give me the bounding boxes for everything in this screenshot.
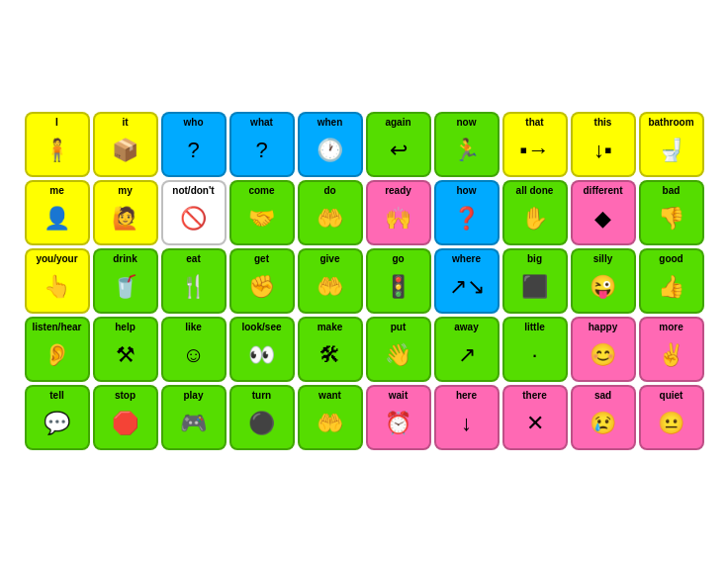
cell-label: there	[506, 390, 564, 401]
cell-sad[interactable]: sad😢	[571, 385, 636, 450]
cell-more[interactable]: more✌	[639, 317, 704, 382]
cell-icon: 🛠	[302, 332, 359, 378]
cell-bad[interactable]: bad👎	[639, 180, 704, 245]
cell-who[interactable]: who?	[161, 112, 227, 177]
cell-big[interactable]: big⬛	[502, 248, 568, 314]
cell-good[interactable]: good👍	[639, 248, 704, 314]
cell-icon: 🤲	[302, 264, 359, 310]
cell-icon: 🛑	[97, 401, 154, 446]
cell-play[interactable]: play🎮	[161, 385, 227, 450]
cell-when[interactable]: when🕐	[298, 112, 363, 177]
cell-icon: ⚒	[97, 332, 154, 378]
cell-icon: 🎮	[165, 401, 223, 446]
cell-again[interactable]: again↩	[366, 112, 431, 177]
cell-want[interactable]: want🤲	[298, 385, 363, 450]
cell-icon: ?	[233, 128, 291, 173]
cell-like[interactable]: like☺	[161, 317, 227, 382]
cell-eat[interactable]: eat🍴	[161, 248, 227, 314]
cell-label: all done	[506, 185, 564, 196]
cell-label: give	[302, 253, 359, 264]
cell-get[interactable]: get✊	[229, 248, 295, 314]
cell-help[interactable]: help⚒	[93, 317, 158, 382]
cell-look-see[interactable]: look/see👀	[229, 317, 295, 382]
cell-you-your[interactable]: you/your👆	[25, 248, 90, 314]
cell-me[interactable]: me👤	[25, 180, 90, 245]
cell-ready[interactable]: ready🙌	[366, 180, 431, 245]
cell-listen-hear[interactable]: listen/hear👂	[25, 317, 90, 382]
cell-icon: 👆	[29, 264, 86, 310]
cell-icon: 🥤	[97, 264, 154, 310]
cell-label: do	[302, 185, 359, 196]
cell-label: turn	[233, 390, 291, 401]
cell-drink[interactable]: drink🥤	[93, 248, 158, 314]
cell-icon: ✌	[643, 332, 700, 378]
cell-icon: 👤	[29, 196, 86, 241]
cell-icon: ❓	[438, 196, 496, 241]
cell-label: you/your	[29, 253, 86, 264]
cell-label: not/don't	[165, 185, 223, 196]
cell-i[interactable]: I🧍	[25, 112, 90, 177]
cell-icon: 😜	[575, 264, 632, 310]
cell-label: quiet	[643, 390, 700, 401]
cell-icon: 🕐	[302, 128, 359, 173]
cell-icon: ↗	[438, 332, 496, 378]
cell-icon: ↓▪	[575, 128, 632, 173]
cell-do[interactable]: do🤲	[298, 180, 363, 245]
cell-it[interactable]: it📦	[93, 112, 158, 177]
cell-label: I	[29, 117, 86, 128]
cell-icon: ✊	[233, 264, 291, 310]
cell-label: like	[165, 322, 223, 332]
cell-bathroom[interactable]: bathroom🚽	[639, 112, 704, 177]
cell-that[interactable]: that▪→	[502, 112, 568, 177]
cell-come[interactable]: come🤝	[229, 180, 295, 245]
cell-icon: 🙌	[370, 196, 427, 241]
cell-how[interactable]: how❓	[434, 180, 500, 245]
cell-turn[interactable]: turn⚫	[229, 385, 295, 450]
cell-icon: ↗↘	[438, 264, 496, 310]
cell-label: eat	[165, 253, 223, 264]
cell-happy[interactable]: happy😊	[571, 317, 636, 382]
cell-stop[interactable]: stop🛑	[93, 385, 158, 450]
cell-away[interactable]: away↗	[434, 317, 500, 382]
cell-icon: 🏃	[438, 128, 496, 173]
cell-silly[interactable]: silly😜	[571, 248, 636, 314]
cell-label: put	[370, 322, 427, 332]
cell-put[interactable]: put👋	[366, 317, 431, 382]
cell-go[interactable]: go🚦	[366, 248, 431, 314]
cell-label: help	[97, 322, 154, 332]
cell-all-done[interactable]: all done✋	[502, 180, 568, 245]
cell-there[interactable]: there✕	[502, 385, 568, 450]
cell-wait[interactable]: wait⏰	[366, 385, 431, 450]
cell-icon: 🍴	[165, 264, 223, 310]
cell-icon: ▪→	[506, 128, 564, 173]
cell-icon: 🤲	[302, 401, 359, 446]
cell-icon: 😊	[575, 332, 632, 378]
cell-label: little	[506, 322, 564, 332]
cell-different[interactable]: different◆	[571, 180, 636, 245]
cell-icon: ?	[165, 128, 223, 173]
cell-icon: 😐	[643, 401, 700, 446]
cell-label: look/see	[233, 322, 291, 332]
cell-label: it	[97, 117, 154, 128]
cell-give[interactable]: give🤲	[298, 248, 363, 314]
cell-label: my	[97, 185, 154, 196]
cell-icon: 💬	[29, 401, 86, 446]
cell-label: that	[506, 117, 564, 128]
cell-what[interactable]: what?	[229, 112, 295, 177]
cell-icon: 👀	[233, 332, 291, 378]
cell-make[interactable]: make🛠	[298, 317, 363, 382]
cell-tell[interactable]: tell💬	[25, 385, 90, 450]
cell-label: silly	[575, 253, 632, 264]
cell-this[interactable]: this↓▪	[571, 112, 636, 177]
cell-icon: ✕	[506, 401, 564, 446]
cell-not-don-t[interactable]: not/don't🚫	[161, 180, 227, 245]
cell-icon: 🚦	[370, 264, 427, 310]
cell-little[interactable]: little·	[502, 317, 568, 382]
cell-quiet[interactable]: quiet😐	[639, 385, 704, 450]
cell-my[interactable]: my🙋	[93, 180, 158, 245]
cell-now[interactable]: now🏃	[434, 112, 500, 177]
cell-where[interactable]: where↗↘	[434, 248, 500, 314]
cell-icon: ↓	[438, 401, 496, 446]
cell-here[interactable]: here↓	[434, 385, 500, 450]
cell-label: happy	[575, 322, 632, 332]
